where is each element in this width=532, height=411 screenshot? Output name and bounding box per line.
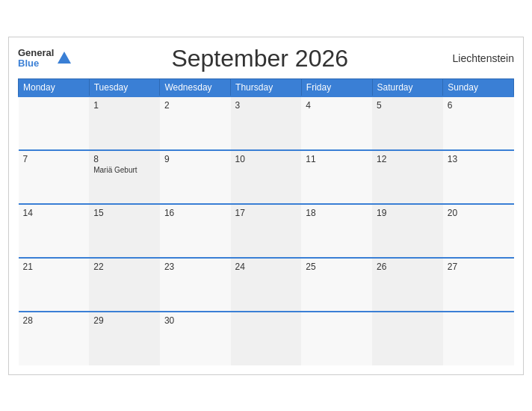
calendar-cell: 30 bbox=[160, 312, 231, 365]
calendar-cell bbox=[443, 312, 514, 365]
header-thursday: Thursday bbox=[231, 78, 302, 96]
calendar-cell: 6 bbox=[443, 96, 514, 150]
header-tuesday: Tuesday bbox=[89, 78, 160, 96]
day-number: 1 bbox=[93, 100, 155, 111]
calendar-cell: 25 bbox=[301, 258, 372, 312]
calendar-event: Mariä Geburt bbox=[93, 166, 137, 174]
calendar-cell: 10 bbox=[231, 150, 302, 204]
calendar-cell: 12 bbox=[372, 150, 443, 204]
calendar-cell: 27 bbox=[443, 258, 514, 312]
day-number: 22 bbox=[93, 262, 155, 272]
calendar-cell: 8Mariä Geburt bbox=[89, 150, 160, 204]
calendar-cell: 23 bbox=[160, 258, 231, 312]
day-number: 10 bbox=[235, 154, 297, 164]
day-number: 4 bbox=[306, 100, 368, 111]
day-number: 5 bbox=[377, 100, 439, 111]
calendar-cell: 21 bbox=[19, 258, 90, 312]
calendar-week-row: 78Mariä Geburt910111213 bbox=[19, 150, 514, 204]
calendar-cell: 28 bbox=[19, 312, 90, 365]
calendar-cell: 4 bbox=[301, 96, 372, 150]
day-number: 15 bbox=[93, 208, 155, 218]
logo-general-text: General bbox=[18, 48, 54, 58]
day-number: 29 bbox=[93, 315, 155, 326]
day-number: 27 bbox=[448, 262, 510, 272]
calendar-cell: 13 bbox=[443, 150, 514, 204]
svg-marker-0 bbox=[58, 52, 71, 64]
day-number: 19 bbox=[377, 208, 439, 218]
header-saturday: Saturday bbox=[372, 78, 443, 96]
calendar-cell bbox=[372, 312, 443, 365]
day-number: 2 bbox=[164, 100, 226, 111]
calendar-cell: 19 bbox=[372, 204, 443, 258]
day-number: 21 bbox=[23, 262, 85, 272]
day-number: 7 bbox=[23, 154, 85, 164]
calendar-container: General Blue September 2026 Liechtenstei… bbox=[8, 37, 524, 375]
calendar-week-row: 14151617181920 bbox=[19, 204, 514, 258]
day-number: 11 bbox=[306, 154, 368, 164]
header-monday: Monday bbox=[19, 78, 90, 96]
calendar-week-row: 282930 bbox=[19, 312, 514, 365]
calendar-cell: 26 bbox=[372, 258, 443, 312]
calendar-cell bbox=[19, 96, 90, 150]
calendar-cell: 7 bbox=[19, 150, 90, 204]
day-number: 9 bbox=[164, 154, 226, 164]
calendar-week-row: 123456 bbox=[19, 96, 514, 150]
day-number: 30 bbox=[164, 315, 226, 326]
calendar-week-row: 21222324252627 bbox=[19, 258, 514, 312]
calendar-cell: 11 bbox=[301, 150, 372, 204]
header-wednesday: Wednesday bbox=[160, 78, 231, 96]
header-sunday: Sunday bbox=[443, 78, 514, 96]
calendar-table: Monday Tuesday Wednesday Thursday Friday… bbox=[18, 78, 514, 365]
day-number: 18 bbox=[306, 208, 368, 218]
day-number: 16 bbox=[164, 208, 226, 218]
logo-icon bbox=[56, 50, 72, 67]
calendar-cell: 29 bbox=[89, 312, 160, 365]
day-number: 28 bbox=[23, 315, 85, 326]
calendar-cell: 18 bbox=[301, 204, 372, 258]
day-number: 6 bbox=[448, 100, 510, 111]
calendar-cell: 17 bbox=[231, 204, 302, 258]
day-number: 24 bbox=[235, 262, 297, 272]
days-header-row: Monday Tuesday Wednesday Thursday Friday… bbox=[19, 78, 514, 96]
calendar-cell bbox=[301, 312, 372, 365]
day-number: 12 bbox=[377, 154, 439, 164]
logo-blue-text: Blue bbox=[18, 58, 54, 69]
country-label: Liechtenstein bbox=[447, 52, 514, 64]
day-number: 26 bbox=[377, 262, 439, 272]
calendar-header: General Blue September 2026 Liechtenstei… bbox=[18, 45, 514, 72]
calendar-cell: 16 bbox=[160, 204, 231, 258]
day-number: 25 bbox=[306, 262, 368, 272]
calendar-cell: 9 bbox=[160, 150, 231, 204]
calendar-cell: 5 bbox=[372, 96, 443, 150]
day-number: 17 bbox=[235, 208, 297, 218]
day-number: 20 bbox=[448, 208, 510, 218]
logo: General Blue bbox=[18, 48, 72, 69]
calendar-cell: 15 bbox=[89, 204, 160, 258]
day-number: 23 bbox=[164, 262, 226, 272]
header-friday: Friday bbox=[301, 78, 372, 96]
month-title: September 2026 bbox=[72, 45, 447, 72]
day-number: 14 bbox=[23, 208, 85, 218]
calendar-cell: 14 bbox=[19, 204, 90, 258]
calendar-cell bbox=[231, 312, 302, 365]
day-number: 3 bbox=[235, 100, 297, 111]
calendar-cell: 3 bbox=[231, 96, 302, 150]
calendar-cell: 2 bbox=[160, 96, 231, 150]
calendar-cell: 22 bbox=[89, 258, 160, 312]
day-number: 8 bbox=[93, 154, 155, 164]
calendar-cell: 20 bbox=[443, 204, 514, 258]
day-number: 13 bbox=[448, 154, 510, 164]
calendar-cell: 1 bbox=[89, 96, 160, 150]
calendar-cell: 24 bbox=[231, 258, 302, 312]
